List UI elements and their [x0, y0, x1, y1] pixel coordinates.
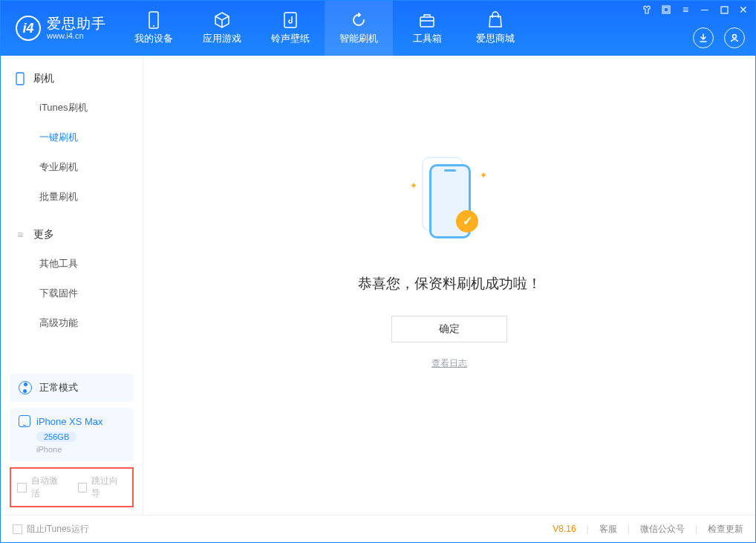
- app-title: 爱思助手: [47, 16, 106, 32]
- device-icon: [145, 11, 163, 29]
- nav-label: 应用游戏: [203, 32, 241, 45]
- music-icon: [281, 11, 299, 29]
- mode-card[interactable]: 正常模式: [10, 374, 134, 402]
- cube-icon: [213, 11, 231, 29]
- version-label: V8.16: [553, 524, 576, 534]
- menu-icon[interactable]: ≡: [680, 4, 691, 16]
- checkbox-skip-wizard[interactable]: 跳过向导: [78, 475, 127, 500]
- app-logo: i4 爱思助手 www.i4.cn: [1, 16, 120, 41]
- device-name: iPhone XS Max: [36, 416, 103, 427]
- view-log-link[interactable]: 查看日志: [431, 357, 467, 370]
- link-check-update[interactable]: 检查更新: [708, 523, 743, 536]
- checkbox-icon: [78, 483, 88, 492]
- section-title: 刷机: [33, 72, 54, 85]
- link-support[interactable]: 客服: [599, 523, 617, 536]
- title-bar: i4 爱思助手 www.i4.cn 我的设备 应用游戏 铃声壁纸 智能刷机 工具…: [1, 1, 755, 56]
- logo-icon: i4: [16, 16, 41, 41]
- storage-badge: 256GB: [36, 432, 76, 442]
- phone-outline-icon: [14, 73, 26, 85]
- mode-icon: [19, 381, 32, 394]
- refresh-icon: [350, 11, 368, 29]
- maximize-button[interactable]: [718, 4, 730, 16]
- svg-rect-6: [664, 7, 668, 12]
- nav-label: 铃声壁纸: [271, 32, 310, 45]
- sparkle-icon: ✦: [480, 170, 487, 181]
- success-illustration: ✦ ✦ ✓: [416, 157, 483, 253]
- app-subtitle: www.i4.cn: [47, 31, 106, 40]
- svg-point-1: [153, 25, 154, 27]
- options-box: 自动激活 跳过向导: [10, 467, 134, 507]
- checkbox-auto-activate[interactable]: 自动激活: [17, 475, 66, 500]
- checkbox-icon: [17, 483, 27, 492]
- main-content: ✦ ✦ ✓ 恭喜您，保资料刷机成功啦！ 确定 查看日志: [143, 56, 755, 515]
- minimize-button[interactable]: ─: [699, 4, 711, 16]
- checkbox-icon: [13, 524, 22, 534]
- link-wechat[interactable]: 微信公众号: [640, 523, 685, 536]
- toolbox-icon: [418, 11, 436, 29]
- nav-label: 智能刷机: [339, 32, 378, 45]
- section-more: ≡ 更多: [1, 225, 143, 249]
- checkbox-label: 跳过向导: [91, 475, 126, 500]
- feedback-icon[interactable]: [660, 4, 672, 16]
- nav-label: 我的设备: [134, 32, 173, 45]
- sidebar-item-batch-flash[interactable]: 批量刷机: [1, 182, 143, 212]
- device-type: iPhone: [36, 445, 125, 454]
- nav-ring-wallpaper[interactable]: 铃声壁纸: [256, 1, 325, 56]
- close-button[interactable]: ✕: [737, 4, 749, 16]
- svg-point-4: [733, 35, 737, 39]
- main-nav: 我的设备 应用游戏 铃声壁纸 智能刷机 工具箱 爱思商城: [120, 1, 529, 56]
- window-controls: ≡ ─ ✕: [641, 4, 749, 16]
- sidebar-item-advanced[interactable]: 高级功能: [1, 308, 143, 338]
- nav-toolbox[interactable]: 工具箱: [393, 1, 461, 56]
- shirt-icon[interactable]: [641, 4, 653, 16]
- nav-apps-games[interactable]: 应用游戏: [188, 1, 256, 56]
- list-icon: ≡: [14, 229, 26, 241]
- sparkle-icon: ✦: [410, 181, 417, 191]
- success-title: 恭喜您，保资料刷机成功啦！: [358, 274, 541, 293]
- sidebar-item-itunes-flash[interactable]: iTunes刷机: [1, 93, 143, 123]
- sidebar-item-pro-flash[interactable]: 专业刷机: [1, 152, 143, 182]
- nav-label: 爱思商城: [476, 32, 515, 45]
- check-badge-icon: ✓: [456, 210, 478, 233]
- download-button[interactable]: [693, 27, 714, 48]
- nav-label: 工具箱: [413, 32, 442, 45]
- section-flash: 刷机: [1, 69, 143, 93]
- nav-smart-flash[interactable]: 智能刷机: [325, 1, 393, 56]
- checkbox-label: 自动激活: [31, 475, 66, 500]
- user-button[interactable]: [724, 27, 745, 48]
- sidebar: 刷机 iTunes刷机 一键刷机 专业刷机 批量刷机 ≡ 更多 其他工具 下载固…: [1, 56, 143, 515]
- checkbox-block-itunes[interactable]: 阻止iTunes运行: [13, 523, 89, 536]
- nav-my-device[interactable]: 我的设备: [120, 1, 188, 56]
- ok-button[interactable]: 确定: [391, 316, 507, 342]
- nav-store[interactable]: 爱思商城: [461, 1, 529, 56]
- sidebar-item-other-tools[interactable]: 其他工具: [1, 249, 143, 279]
- header-actions: [693, 27, 745, 48]
- sidebar-item-oneclick-flash[interactable]: 一键刷机: [1, 123, 143, 152]
- svg-rect-7: [721, 7, 728, 13]
- device-card[interactable]: iPhone XS Max 256GB iPhone: [10, 408, 134, 461]
- status-bar: 阻止iTunes运行 V8.16 | 客服 | 微信公众号 | 检查更新: [1, 515, 755, 542]
- mode-label: 正常模式: [39, 381, 78, 394]
- bag-icon: [486, 11, 504, 29]
- svg-rect-3: [420, 17, 434, 27]
- section-title: 更多: [33, 228, 54, 241]
- device-small-icon: [19, 415, 30, 427]
- svg-rect-8: [16, 73, 24, 85]
- sidebar-item-download-firmware[interactable]: 下载固件: [1, 279, 143, 308]
- checkbox-label: 阻止iTunes运行: [27, 523, 89, 536]
